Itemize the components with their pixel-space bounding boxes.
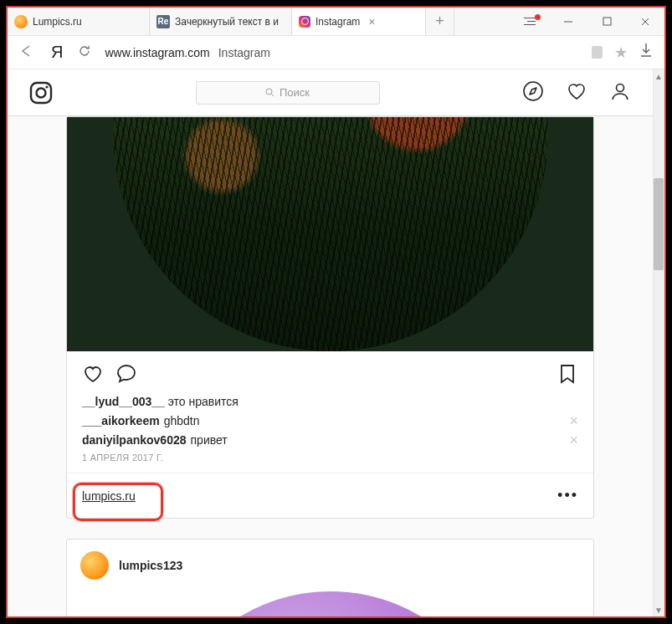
svg-rect-1 [31,83,51,103]
url-host: www.instagram.com [105,46,209,59]
scrollbar-thumb[interactable] [654,178,664,270]
lock-icon[interactable] [592,46,603,59]
tab-title: Lumpics.ru [33,16,82,28]
tab-title: Instagram [315,16,360,28]
svg-point-5 [524,82,542,100]
instagram-logo-icon[interactable] [29,81,53,105]
address-bar: Я www.instagram.com Instagram ★ [8,36,664,69]
url-page-title: Instagram [218,46,270,59]
window-maximize-button[interactable] [587,8,626,35]
post-card: lumpics123 [66,539,594,616]
likes-text[interactable]: __lyud__003__ это нравится [82,395,578,408]
post-image[interactable] [67,117,593,351]
scrollbar[interactable]: ▲ ▼ [653,69,664,616]
comment-row: daniyilpankov6028 привет × [82,432,578,448]
comment-row: ___aikorkeem ghbdtn × [82,413,578,428]
tab-instagram[interactable]: Instagram × [292,8,426,35]
delete-comment-icon[interactable]: × [569,432,578,448]
comment-input[interactable]: lumpics.ru [82,489,136,503]
comment-bubble-icon[interactable] [115,363,137,388]
svg-point-6 [617,84,624,91]
save-bookmark-icon[interactable] [557,363,578,388]
profile-icon[interactable] [609,80,631,105]
post-card: __lyud__003__ это нравится ___aikorkeem … [66,116,594,519]
activity-heart-icon[interactable] [566,80,587,105]
close-tab-icon[interactable]: × [368,15,375,28]
tab-strikethrough[interactable]: Re Зачеркнутый текст в и [150,8,292,35]
comment-author[interactable]: daniyilpankov6028 [82,433,187,447]
svg-point-2 [37,88,46,97]
new-tab-button[interactable]: + [426,8,454,35]
tab-favicon-instagram [299,16,310,28]
instagram-header: Поиск [8,69,653,116]
comment-text: привет [191,433,228,447]
svg-rect-0 [603,18,611,25]
search-placeholder: Поиск [280,86,310,99]
svg-point-4 [266,89,272,95]
tab-favicon-re: Re [156,15,170,28]
back-button[interactable] [19,44,36,61]
post-image[interactable] [84,591,577,616]
scroll-up-icon[interactable]: ▲ [653,69,664,83]
comment-author[interactable]: ___aikorkeem [82,414,160,427]
bookmark-star-icon[interactable]: ★ [614,43,628,62]
scroll-down-icon[interactable]: ▼ [653,603,664,616]
yandex-home-button[interactable]: Я [51,43,63,62]
tab-favicon-orange [14,15,28,28]
window-minimize-button[interactable] [549,8,587,35]
tab-lumpics[interactable]: Lumpics.ru [8,8,150,35]
window-close-button[interactable] [626,8,664,35]
svg-point-3 [45,85,48,88]
reload-button[interactable] [78,44,91,60]
avatar[interactable] [80,551,109,580]
browser-menu-button[interactable] [510,8,549,35]
explore-icon[interactable] [522,80,544,105]
search-icon [265,88,274,97]
downloads-icon[interactable] [639,43,653,62]
notification-dot-icon [535,14,541,20]
like-heart-icon[interactable] [82,363,104,388]
url-input[interactable]: www.instagram.com Instagram [105,46,578,59]
post-author-username[interactable]: lumpics123 [119,559,182,572]
search-input[interactable]: Поиск [196,81,380,105]
browser-tabbar: Lumpics.ru Re Зачеркнутый текст в и Inst… [8,8,664,36]
tab-title: Зачеркнутый текст в и [175,16,279,28]
delete-comment-icon[interactable]: × [569,413,578,428]
comment-text: ghbdtn [164,414,200,427]
post-date: 1 АПРЕЛЯ 2017 Г. [82,453,578,463]
more-options-icon[interactable]: ••• [557,487,578,504]
